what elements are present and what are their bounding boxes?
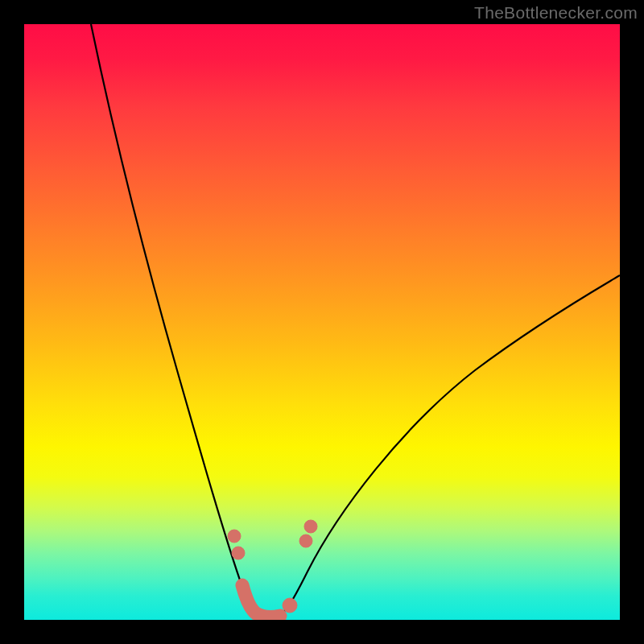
marker-dot [228, 530, 241, 543]
right-branch-curve [279, 275, 620, 616]
watermark-text: TheBottlenecker.com [474, 3, 638, 23]
marker-pill-left [242, 585, 280, 617]
left-branch-curve [91, 24, 263, 616]
marker-dot [304, 520, 317, 533]
chart-svg [24, 24, 620, 620]
marker-dot [232, 547, 245, 559]
marker-dot [299, 535, 312, 547]
marker-dot [283, 598, 297, 613]
outer-frame: TheBottlenecker.com [0, 0, 644, 644]
plot-area [24, 24, 620, 620]
